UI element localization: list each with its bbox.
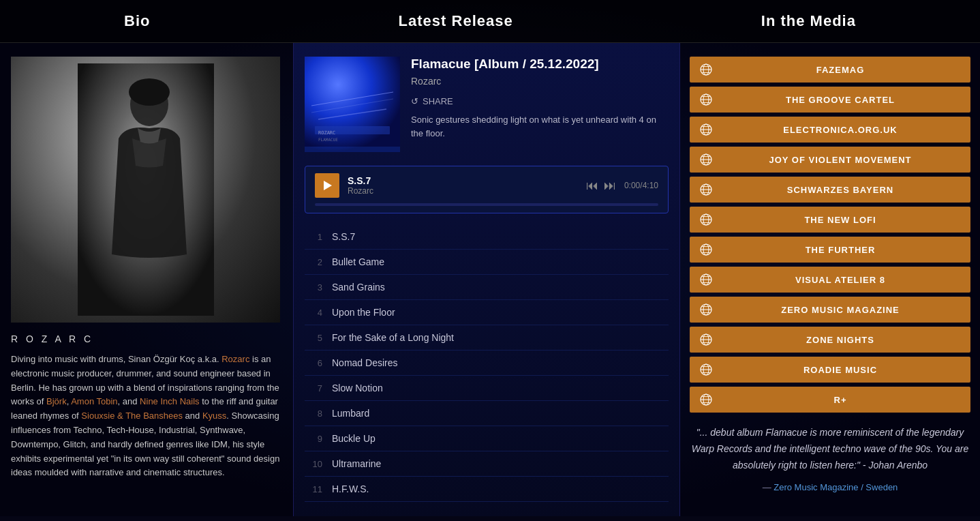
globe-icon — [699, 303, 713, 316]
media-link-rplus[interactable]: R+ — [690, 387, 970, 413]
quote-source-link[interactable]: Zero Music Magazine / Sweden — [774, 482, 898, 492]
media-link-label: FAZEMAG — [720, 65, 961, 75]
track-number: 1 — [309, 232, 322, 242]
track-item[interactable]: 7 Slow Notion — [305, 376, 669, 401]
quote-text: "... debut album Flamacue is more remini… — [690, 425, 970, 473]
album-artist: Rozarc — [411, 76, 669, 87]
track-number: 5 — [309, 333, 322, 343]
track-name: Bullet Game — [332, 256, 384, 267]
track-item[interactable]: 1 S.S.7 — [305, 224, 669, 250]
amon-tobin-link[interactable]: Amon Tobin — [71, 396, 117, 406]
track-item[interactable]: 6 Nomad Desires — [305, 351, 669, 376]
globe-icon — [699, 393, 713, 406]
globe-icon — [699, 153, 713, 166]
media-link-label: THE GROOVE CARTEL — [720, 95, 961, 105]
player-track-artist: Rozarc — [348, 186, 578, 196]
track-name: Slow Notion — [332, 383, 383, 393]
nav-media[interactable]: In the Media — [761, 12, 856, 30]
release-column: ROZARC FLAMACUE Flamacue [Album / 25.12.… — [293, 43, 680, 516]
media-link-electronica[interactable]: ELECTRONICA.ORG.UK — [690, 117, 970, 143]
progress-bar[interactable] — [315, 203, 658, 206]
rozarc-link[interactable]: Rozarc — [221, 354, 249, 364]
media-link-new-lofi[interactable]: THE NEW LOFI — [690, 207, 970, 233]
bjork-link[interactable]: Björk — [46, 396, 67, 406]
total-time: 4:10 — [643, 181, 658, 190]
media-link-label: SCHWARZES BAYERN — [720, 185, 961, 195]
media-link-label: ZONE NIGHTS — [720, 335, 961, 345]
artist-name: R O Z A R C — [11, 333, 282, 344]
bio-column: R O Z A R C Diving into music with drums… — [0, 43, 293, 516]
nav-latest-release[interactable]: Latest Release — [399, 12, 513, 30]
media-link-label: VISUAL ATELIER 8 — [720, 275, 961, 285]
siouxsie-link[interactable]: Siouxsie & The Banshees — [81, 411, 183, 421]
track-item[interactable]: 10 Ultramarine — [305, 451, 669, 477]
track-name: Upon the Floor — [332, 307, 395, 318]
artist-photo — [11, 57, 280, 323]
media-link-label: R+ — [720, 395, 961, 405]
media-link-roadie[interactable]: ROADIE MUSIC — [690, 357, 970, 383]
track-item[interactable]: 2 Bullet Game — [305, 250, 669, 275]
svg-text:ROZARC: ROZARC — [318, 130, 335, 136]
player-top: S.S.7 Rozarc ⏮ ⏭ 0:00/4:10 — [315, 173, 658, 198]
track-number: 3 — [309, 282, 322, 293]
play-button[interactable] — [315, 173, 339, 198]
player-controls: ⏮ ⏭ — [586, 179, 616, 193]
player-time: 0:00/4:10 — [624, 181, 658, 190]
track-number: 11 — [309, 484, 322, 494]
track-name: Ultramarine — [332, 458, 381, 469]
artist-photo-inner — [11, 57, 280, 323]
track-item[interactable]: 8 Lumbard — [305, 401, 669, 426]
track-item[interactable]: 9 Buckle Up — [305, 426, 669, 451]
track-item[interactable]: 3 Sand Grains — [305, 275, 669, 300]
media-link-zone-nights[interactable]: ZONE NIGHTS — [690, 327, 970, 353]
globe-icon — [699, 213, 713, 226]
play-icon — [324, 181, 332, 190]
track-number: 9 — [309, 434, 322, 444]
track-item[interactable]: 4 Upon the Floor — [305, 300, 669, 325]
track-item[interactable]: 11 H.F.W.S. — [305, 477, 669, 502]
share-label: SHARE — [423, 96, 453, 106]
track-number: 8 — [309, 408, 322, 419]
prev-track-icon[interactable]: ⏮ — [586, 179, 598, 193]
album-info: Flamacue [Album / 25.12.2022] Rozarc ↺ S… — [411, 57, 669, 152]
track-item[interactable]: 5 For the Sake of a Long Night — [305, 325, 669, 351]
track-name: Lumbard — [332, 408, 369, 419]
globe-icon — [699, 273, 713, 286]
track-name: S.S.7 — [332, 231, 355, 242]
globe-icon — [699, 243, 713, 256]
album-art-inner: ROZARC FLAMACUE — [305, 57, 400, 152]
track-name: Buckle Up — [332, 433, 376, 444]
svg-text:FLAMACUE: FLAMACUE — [318, 137, 338, 142]
track-name: For the Sake of a Long Night — [332, 332, 454, 343]
svg-point-2 — [129, 78, 170, 106]
media-column: FAZEMAG THE GROOVE CARTEL ELECTRONICA.OR… — [680, 43, 980, 516]
bio-text: Diving into music with drums, Sinan Özgü… — [11, 353, 282, 480]
media-link-schwarzes[interactable]: SCHWARZES BAYERN — [690, 177, 970, 203]
nav-header: Bio Latest Release In the Media — [0, 0, 980, 43]
media-link-joy-violent[interactable]: JOY OF VIOLENT MOVEMENT — [690, 147, 970, 173]
nine-inch-nails-link[interactable]: Nine Inch Nails — [140, 396, 199, 406]
media-link-label: THE NEW LOFI — [720, 215, 961, 225]
share-button[interactable]: ↺ SHARE — [411, 96, 453, 106]
media-links-container: FAZEMAG THE GROOVE CARTEL ELECTRONICA.OR… — [690, 57, 970, 413]
media-link-label: ROADIE MUSIC — [720, 365, 961, 375]
nav-bio[interactable]: Bio — [124, 12, 150, 30]
main-content: R O Z A R C Diving into music with drums… — [0, 43, 980, 516]
media-link-zero-music[interactable]: ZERO MUSIC MAGAZINE — [690, 297, 970, 323]
album-art-svg: ROZARC FLAMACUE — [305, 57, 400, 147]
quote-attribution: — Zero Music Magazine / Sweden — [690, 480, 970, 495]
media-link-label: JOY OF VIOLENT MOVEMENT — [720, 155, 961, 165]
current-time: 0:00 — [624, 181, 640, 190]
media-link-visual-atelier[interactable]: VISUAL ATELIER 8 — [690, 267, 970, 293]
kyuss-link[interactable]: Kyuss — [202, 411, 226, 421]
media-link-label: THE FURTHER — [720, 245, 961, 255]
media-link-groove-cartel[interactable]: THE GROOVE CARTEL — [690, 87, 970, 113]
track-number: 6 — [309, 358, 322, 368]
album-header: ROZARC FLAMACUE Flamacue [Album / 25.12.… — [305, 57, 669, 152]
media-link-further[interactable]: THE FURTHER — [690, 237, 970, 263]
globe-icon — [699, 333, 713, 346]
media-link-fazemag[interactable]: FAZEMAG — [690, 57, 970, 83]
album-description: Sonic gestures shedding light on what is… — [411, 113, 669, 140]
next-track-icon[interactable]: ⏭ — [604, 179, 616, 193]
track-number: 2 — [309, 257, 322, 267]
